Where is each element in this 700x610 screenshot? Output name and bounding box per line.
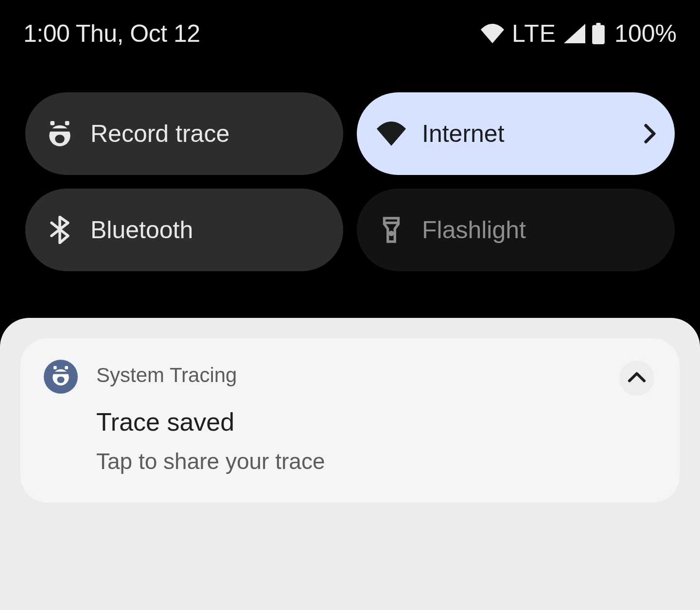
status-clock-date: 1:00 Thu, Oct 12 <box>23 19 200 48</box>
bug-icon <box>51 366 70 387</box>
notification-app-name: System Tracing <box>96 364 619 387</box>
svg-rect-4 <box>49 128 70 132</box>
wifi-icon <box>481 24 504 43</box>
qs-tile-flashlight[interactable]: Flashlight <box>357 189 675 271</box>
svg-rect-2 <box>51 121 55 125</box>
notification-title: Trace saved <box>96 407 619 436</box>
qs-tile-bluetooth[interactable]: Bluetooth <box>25 189 343 271</box>
notification-app-icon-badge <box>44 360 78 394</box>
bug-icon <box>45 121 75 146</box>
qs-tile-label: Bluetooth <box>90 216 329 244</box>
svg-rect-10 <box>52 372 69 374</box>
collapse-button[interactable] <box>619 361 654 396</box>
qs-tile-label: Flashlight <box>422 216 660 244</box>
qs-tile-label: Internet <box>422 120 624 148</box>
chevron-up-icon <box>628 371 646 385</box>
svg-rect-11 <box>57 377 65 383</box>
notification-shelf: System Tracing Trace saved Tap to share … <box>0 318 700 610</box>
battery-icon <box>592 23 605 44</box>
status-indicators: LTE 100% <box>481 19 677 48</box>
cell-signal-icon <box>564 24 585 43</box>
bluetooth-icon <box>45 216 75 244</box>
svg-rect-1 <box>596 23 601 26</box>
svg-rect-3 <box>65 121 70 125</box>
notification-card[interactable]: System Tracing Trace saved Tap to share … <box>20 338 680 503</box>
qs-tile-internet[interactable]: Internet <box>357 92 675 175</box>
wifi-icon <box>376 122 406 146</box>
svg-point-7 <box>390 232 393 235</box>
svg-rect-8 <box>53 366 57 369</box>
notification-body: System Tracing Trace saved Tap to share … <box>96 361 619 474</box>
svg-rect-0 <box>592 25 605 44</box>
svg-rect-9 <box>65 366 68 369</box>
quick-settings-panel: Record trace Internet Bluetooth Flashlig… <box>0 67 700 271</box>
svg-rect-5 <box>55 135 65 143</box>
network-label: LTE <box>512 19 556 48</box>
quick-settings-grid: Record trace Internet Bluetooth Flashlig… <box>25 92 675 271</box>
status-bar: 1:00 Thu, Oct 12 LTE 100% <box>0 0 700 67</box>
chevron-right-icon <box>640 123 660 144</box>
flashlight-icon <box>376 216 406 244</box>
qs-tile-record-trace[interactable]: Record trace <box>25 92 343 175</box>
battery-percent: 100% <box>614 19 677 48</box>
notification-text: Tap to share your trace <box>96 448 619 474</box>
qs-tile-label: Record trace <box>90 120 329 148</box>
